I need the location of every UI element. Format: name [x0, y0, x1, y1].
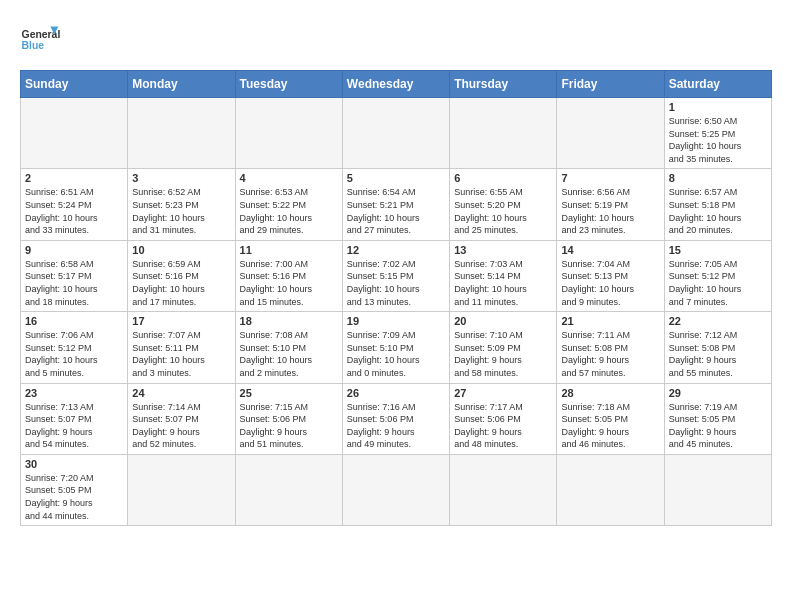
calendar-cell: 23Sunrise: 7:13 AM Sunset: 5:07 PM Dayli… [21, 383, 128, 454]
day-info: Sunrise: 7:16 AM Sunset: 5:06 PM Dayligh… [347, 401, 445, 451]
weekday-header-friday: Friday [557, 71, 664, 98]
calendar-cell: 26Sunrise: 7:16 AM Sunset: 5:06 PM Dayli… [342, 383, 449, 454]
weekday-header-wednesday: Wednesday [342, 71, 449, 98]
calendar-cell: 27Sunrise: 7:17 AM Sunset: 5:06 PM Dayli… [450, 383, 557, 454]
logo-icon: General Blue [20, 20, 60, 60]
calendar-cell: 7Sunrise: 6:56 AM Sunset: 5:19 PM Daylig… [557, 169, 664, 240]
day-number: 6 [454, 172, 552, 184]
calendar-cell [557, 98, 664, 169]
calendar-cell [128, 98, 235, 169]
calendar-cell: 10Sunrise: 6:59 AM Sunset: 5:16 PM Dayli… [128, 240, 235, 311]
calendar-cell: 8Sunrise: 6:57 AM Sunset: 5:18 PM Daylig… [664, 169, 771, 240]
day-number: 27 [454, 387, 552, 399]
calendar-cell [235, 454, 342, 525]
calendar-cell: 28Sunrise: 7:18 AM Sunset: 5:05 PM Dayli… [557, 383, 664, 454]
calendar-cell: 13Sunrise: 7:03 AM Sunset: 5:14 PM Dayli… [450, 240, 557, 311]
day-number: 4 [240, 172, 338, 184]
calendar-cell: 4Sunrise: 6:53 AM Sunset: 5:22 PM Daylig… [235, 169, 342, 240]
day-info: Sunrise: 6:58 AM Sunset: 5:17 PM Dayligh… [25, 258, 123, 308]
day-info: Sunrise: 7:12 AM Sunset: 5:08 PM Dayligh… [669, 329, 767, 379]
calendar-table: SundayMondayTuesdayWednesdayThursdayFrid… [20, 70, 772, 526]
day-number: 16 [25, 315, 123, 327]
calendar-row-5: 23Sunrise: 7:13 AM Sunset: 5:07 PM Dayli… [21, 383, 772, 454]
calendar-cell: 15Sunrise: 7:05 AM Sunset: 5:12 PM Dayli… [664, 240, 771, 311]
calendar-cell [664, 454, 771, 525]
calendar-cell [21, 98, 128, 169]
weekday-header-saturday: Saturday [664, 71, 771, 98]
calendar-cell: 20Sunrise: 7:10 AM Sunset: 5:09 PM Dayli… [450, 312, 557, 383]
day-number: 14 [561, 244, 659, 256]
day-number: 3 [132, 172, 230, 184]
day-info: Sunrise: 7:06 AM Sunset: 5:12 PM Dayligh… [25, 329, 123, 379]
day-info: Sunrise: 6:55 AM Sunset: 5:20 PM Dayligh… [454, 186, 552, 236]
day-info: Sunrise: 6:50 AM Sunset: 5:25 PM Dayligh… [669, 115, 767, 165]
day-number: 12 [347, 244, 445, 256]
calendar-cell: 14Sunrise: 7:04 AM Sunset: 5:13 PM Dayli… [557, 240, 664, 311]
calendar-cell: 18Sunrise: 7:08 AM Sunset: 5:10 PM Dayli… [235, 312, 342, 383]
day-info: Sunrise: 7:10 AM Sunset: 5:09 PM Dayligh… [454, 329, 552, 379]
day-info: Sunrise: 6:54 AM Sunset: 5:21 PM Dayligh… [347, 186, 445, 236]
day-number: 2 [25, 172, 123, 184]
weekday-header-tuesday: Tuesday [235, 71, 342, 98]
weekday-header-thursday: Thursday [450, 71, 557, 98]
weekday-header-sunday: Sunday [21, 71, 128, 98]
calendar-row-2: 2Sunrise: 6:51 AM Sunset: 5:24 PM Daylig… [21, 169, 772, 240]
day-info: Sunrise: 7:00 AM Sunset: 5:16 PM Dayligh… [240, 258, 338, 308]
calendar-cell: 25Sunrise: 7:15 AM Sunset: 5:06 PM Dayli… [235, 383, 342, 454]
day-number: 29 [669, 387, 767, 399]
day-info: Sunrise: 6:52 AM Sunset: 5:23 PM Dayligh… [132, 186, 230, 236]
day-number: 9 [25, 244, 123, 256]
calendar-cell: 19Sunrise: 7:09 AM Sunset: 5:10 PM Dayli… [342, 312, 449, 383]
calendar-cell: 3Sunrise: 6:52 AM Sunset: 5:23 PM Daylig… [128, 169, 235, 240]
calendar-row-6: 30Sunrise: 7:20 AM Sunset: 5:05 PM Dayli… [21, 454, 772, 525]
calendar-cell: 22Sunrise: 7:12 AM Sunset: 5:08 PM Dayli… [664, 312, 771, 383]
calendar-cell: 29Sunrise: 7:19 AM Sunset: 5:05 PM Dayli… [664, 383, 771, 454]
day-info: Sunrise: 7:17 AM Sunset: 5:06 PM Dayligh… [454, 401, 552, 451]
day-number: 17 [132, 315, 230, 327]
day-info: Sunrise: 7:14 AM Sunset: 5:07 PM Dayligh… [132, 401, 230, 451]
day-number: 26 [347, 387, 445, 399]
day-number: 21 [561, 315, 659, 327]
day-number: 25 [240, 387, 338, 399]
day-info: Sunrise: 7:15 AM Sunset: 5:06 PM Dayligh… [240, 401, 338, 451]
day-info: Sunrise: 6:57 AM Sunset: 5:18 PM Dayligh… [669, 186, 767, 236]
day-number: 11 [240, 244, 338, 256]
day-info: Sunrise: 6:51 AM Sunset: 5:24 PM Dayligh… [25, 186, 123, 236]
calendar-cell: 6Sunrise: 6:55 AM Sunset: 5:20 PM Daylig… [450, 169, 557, 240]
day-info: Sunrise: 7:20 AM Sunset: 5:05 PM Dayligh… [25, 472, 123, 522]
day-info: Sunrise: 7:08 AM Sunset: 5:10 PM Dayligh… [240, 329, 338, 379]
page-header: General Blue [20, 20, 772, 60]
day-number: 15 [669, 244, 767, 256]
day-number: 20 [454, 315, 552, 327]
day-info: Sunrise: 7:19 AM Sunset: 5:05 PM Dayligh… [669, 401, 767, 451]
calendar-cell [450, 454, 557, 525]
svg-text:Blue: Blue [22, 40, 45, 51]
day-info: Sunrise: 7:04 AM Sunset: 5:13 PM Dayligh… [561, 258, 659, 308]
calendar-cell [557, 454, 664, 525]
day-info: Sunrise: 7:02 AM Sunset: 5:15 PM Dayligh… [347, 258, 445, 308]
weekday-header-monday: Monday [128, 71, 235, 98]
day-info: Sunrise: 7:09 AM Sunset: 5:10 PM Dayligh… [347, 329, 445, 379]
day-info: Sunrise: 7:18 AM Sunset: 5:05 PM Dayligh… [561, 401, 659, 451]
day-info: Sunrise: 7:05 AM Sunset: 5:12 PM Dayligh… [669, 258, 767, 308]
day-info: Sunrise: 7:11 AM Sunset: 5:08 PM Dayligh… [561, 329, 659, 379]
day-number: 22 [669, 315, 767, 327]
calendar-cell: 21Sunrise: 7:11 AM Sunset: 5:08 PM Dayli… [557, 312, 664, 383]
day-info: Sunrise: 6:53 AM Sunset: 5:22 PM Dayligh… [240, 186, 338, 236]
day-number: 30 [25, 458, 123, 470]
calendar-row-1: 1Sunrise: 6:50 AM Sunset: 5:25 PM Daylig… [21, 98, 772, 169]
day-info: Sunrise: 7:03 AM Sunset: 5:14 PM Dayligh… [454, 258, 552, 308]
day-number: 5 [347, 172, 445, 184]
calendar-row-3: 9Sunrise: 6:58 AM Sunset: 5:17 PM Daylig… [21, 240, 772, 311]
calendar-cell: 30Sunrise: 7:20 AM Sunset: 5:05 PM Dayli… [21, 454, 128, 525]
day-info: Sunrise: 6:59 AM Sunset: 5:16 PM Dayligh… [132, 258, 230, 308]
calendar-cell [342, 98, 449, 169]
calendar-cell: 24Sunrise: 7:14 AM Sunset: 5:07 PM Dayli… [128, 383, 235, 454]
calendar-cell: 5Sunrise: 6:54 AM Sunset: 5:21 PM Daylig… [342, 169, 449, 240]
calendar-cell [450, 98, 557, 169]
calendar-cell: 2Sunrise: 6:51 AM Sunset: 5:24 PM Daylig… [21, 169, 128, 240]
calendar-row-4: 16Sunrise: 7:06 AM Sunset: 5:12 PM Dayli… [21, 312, 772, 383]
day-number: 1 [669, 101, 767, 113]
calendar-cell [235, 98, 342, 169]
calendar-cell: 16Sunrise: 7:06 AM Sunset: 5:12 PM Dayli… [21, 312, 128, 383]
